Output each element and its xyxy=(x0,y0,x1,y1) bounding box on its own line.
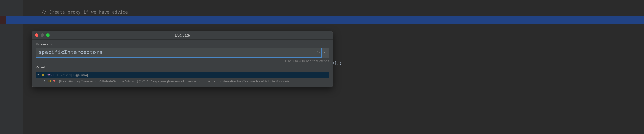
tree-node-value: {Object[1]@7694} xyxy=(60,73,88,77)
result-label: Result: xyxy=(36,65,329,69)
expression-input[interactable]: specificInterceptors xyxy=(36,48,322,58)
code-editor[interactable]: // Create proxy if we have advice. Objec… xyxy=(0,0,644,134)
text-caret xyxy=(103,49,103,55)
tree-node-index: 0 xyxy=(53,79,55,83)
execution-line: if (specificInterceptors ≠ DO_NOT_PROXY … xyxy=(0,16,644,24)
element-icon xyxy=(47,79,52,83)
dialog-titlebar[interactable]: Evaluate xyxy=(32,31,333,40)
evaluate-dialog: Evaluate Expression: specificInterceptor… xyxy=(32,31,333,87)
breakpoint-indicator xyxy=(0,16,6,24)
expression-text: specificInterceptors xyxy=(38,49,102,55)
tree-row-result[interactable]: result = {Object[1]@7694} xyxy=(36,72,329,78)
chevron-right-icon[interactable] xyxy=(43,79,46,83)
tree-row-item[interactable]: 0 = {BeanFactoryTransactionAttributeSour… xyxy=(36,78,329,84)
shortcut-hint: Use ⇧⌘↩ to add to Watches xyxy=(36,59,329,63)
result-tree[interactable]: result = {Object[1]@7694} 0 = {BeanFacto… xyxy=(36,72,329,84)
expression-label: Expression: xyxy=(36,42,329,46)
array-icon xyxy=(41,73,45,77)
tree-node-name: result xyxy=(46,73,56,77)
equals-sign: = xyxy=(56,79,58,83)
svg-rect-0 xyxy=(42,74,44,76)
minimize-icon[interactable] xyxy=(40,33,44,37)
chevron-down-icon[interactable] xyxy=(36,73,40,76)
window-controls xyxy=(35,33,50,37)
svg-rect-3 xyxy=(48,80,51,82)
code-line: Object[] specificInterceptors = getAdvic… xyxy=(0,8,644,16)
expand-icon[interactable] xyxy=(316,49,320,57)
maximize-icon[interactable] xyxy=(46,33,50,37)
equals-sign: = xyxy=(56,73,59,77)
code-line: // Create proxy if we have advice. xyxy=(0,0,644,8)
history-dropdown-button[interactable] xyxy=(322,48,329,58)
close-icon[interactable] xyxy=(35,33,38,37)
tree-node-value: {BeanFactoryTransactionAttributeSourceAd… xyxy=(59,79,289,83)
dialog-title: Evaluate xyxy=(175,33,190,37)
